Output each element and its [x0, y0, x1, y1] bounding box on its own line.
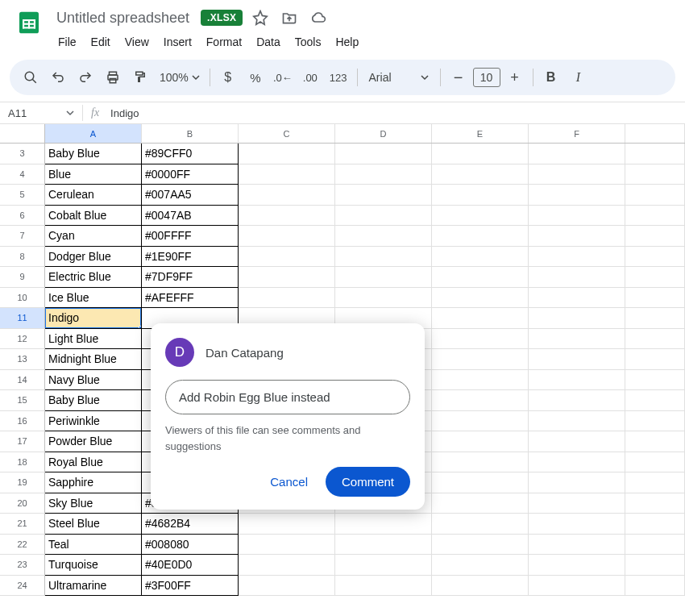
cell[interactable] [529, 349, 625, 370]
cell[interactable] [335, 247, 432, 268]
cell[interactable] [529, 472, 625, 493]
cell[interactable] [335, 576, 432, 597]
cell[interactable] [625, 390, 685, 411]
cell[interactable] [432, 555, 529, 576]
cell[interactable] [529, 535, 625, 556]
cell[interactable]: Indigo [45, 308, 142, 329]
print-icon[interactable] [100, 65, 126, 90]
cell[interactable] [335, 185, 432, 206]
col-header-e[interactable]: E [432, 124, 529, 143]
cell[interactable] [239, 267, 335, 288]
cell[interactable] [335, 226, 432, 247]
percent-icon[interactable]: % [243, 65, 268, 90]
cell[interactable] [529, 144, 625, 164]
cell[interactable]: Ice Blue [45, 288, 142, 309]
comment-button[interactable]: Comment [326, 467, 410, 497]
cell[interactable]: Cerulean [45, 185, 142, 206]
cell[interactable] [529, 247, 625, 268]
cell[interactable] [625, 164, 685, 185]
cell[interactable] [625, 329, 685, 350]
col-header-a[interactable]: A [45, 124, 142, 143]
cell[interactable]: Teal [45, 535, 142, 556]
row-header[interactable]: 12 [0, 329, 45, 350]
cell[interactable] [529, 576, 625, 597]
paint-format-icon[interactable] [127, 65, 153, 90]
col-header-b[interactable]: B [142, 124, 239, 143]
cell[interactable] [432, 431, 529, 452]
move-icon[interactable] [278, 6, 301, 29]
cell[interactable] [432, 185, 529, 206]
cell[interactable]: Blue [45, 164, 142, 185]
cell[interactable] [239, 576, 335, 597]
cell[interactable] [625, 267, 685, 288]
cell[interactable]: Cobalt Blue [45, 206, 142, 227]
cell[interactable]: Turquoise [45, 555, 142, 576]
star-icon[interactable] [249, 6, 272, 29]
increase-font-icon[interactable]: + [502, 65, 528, 90]
row-header[interactable]: 3 [0, 144, 45, 164]
cell[interactable] [239, 288, 335, 309]
cell[interactable]: #008080 [142, 535, 239, 556]
cell[interactable]: Light Blue [45, 329, 142, 350]
cell[interactable] [625, 144, 685, 164]
font-select[interactable]: Arial [363, 71, 435, 84]
cell[interactable]: Steel Blue [45, 514, 142, 535]
sheets-logo[interactable] [13, 6, 45, 39]
increase-decimal-icon[interactable]: .00 [297, 65, 323, 90]
cell[interactable] [625, 514, 685, 535]
col-header-d[interactable]: D [335, 124, 432, 143]
row-header[interactable]: 15 [0, 390, 45, 411]
cell[interactable]: #1E90FF [142, 247, 239, 268]
cell[interactable] [239, 226, 335, 247]
cell[interactable]: Powder Blue [45, 431, 142, 452]
cell[interactable] [432, 206, 529, 227]
menu-view[interactable]: View [118, 32, 156, 52]
cloud-icon[interactable] [307, 6, 330, 29]
cell[interactable] [432, 411, 529, 432]
cell[interactable] [432, 226, 529, 247]
row-header[interactable]: 8 [0, 247, 45, 268]
cell[interactable] [432, 349, 529, 370]
cell[interactable]: Navy Blue [45, 370, 142, 391]
cell[interactable] [625, 247, 685, 268]
cell[interactable] [625, 226, 685, 247]
menu-format[interactable]: Format [200, 32, 248, 52]
cell[interactable] [625, 555, 685, 576]
cell[interactable] [625, 288, 685, 309]
cell[interactable] [625, 349, 685, 370]
zoom-select[interactable]: 100% [155, 71, 205, 84]
cell[interactable] [529, 206, 625, 227]
menu-edit[interactable]: Edit [85, 32, 117, 52]
cell[interactable] [335, 144, 432, 164]
cancel-button[interactable]: Cancel [259, 467, 319, 497]
row-header[interactable]: 14 [0, 370, 45, 391]
cell[interactable]: Dodger Blue [45, 247, 142, 268]
row-header[interactable]: 17 [0, 431, 45, 452]
cell[interactable] [239, 144, 335, 164]
cell[interactable] [335, 206, 432, 227]
cell[interactable] [529, 493, 625, 514]
cell[interactable] [529, 452, 625, 473]
cell[interactable] [239, 164, 335, 185]
row-header[interactable]: 10 [0, 288, 45, 309]
cell[interactable] [529, 411, 625, 432]
cell[interactable] [625, 472, 685, 493]
cell[interactable] [432, 308, 529, 329]
cell[interactable]: Periwinkle [45, 411, 142, 432]
cell[interactable] [239, 514, 335, 535]
col-header-g[interactable] [625, 124, 685, 143]
decrease-font-icon[interactable]: − [446, 65, 471, 90]
cell[interactable]: #00FFFF [142, 226, 239, 247]
cell[interactable] [432, 472, 529, 493]
search-icon[interactable] [18, 65, 44, 90]
cell[interactable] [335, 514, 432, 535]
row-header[interactable]: 4 [0, 164, 45, 185]
select-all-corner[interactable] [0, 124, 45, 143]
cell[interactable] [432, 370, 529, 391]
cell[interactable] [529, 308, 625, 329]
cell[interactable]: Ultramarine [45, 576, 142, 597]
cell[interactable]: #AFEFFF [142, 288, 239, 309]
italic-icon[interactable]: I [566, 65, 592, 90]
cell[interactable]: Sapphire [45, 472, 142, 493]
menu-help[interactable]: Help [329, 32, 365, 52]
